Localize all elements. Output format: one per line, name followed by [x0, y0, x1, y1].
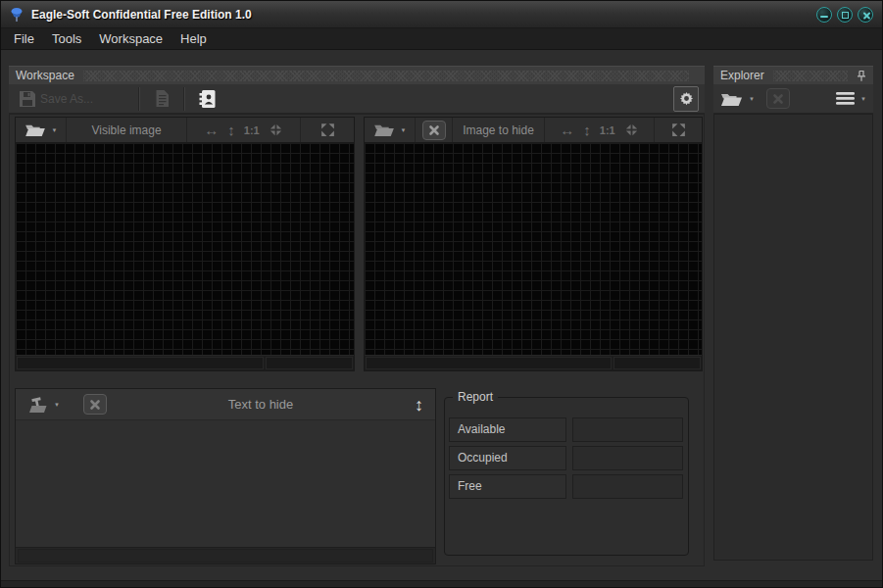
- report-title: Report: [453, 390, 498, 404]
- text-to-hide-panel: ▼ Text to hide ↕: [15, 388, 436, 564]
- explorer-panel-title: Explorer: [720, 69, 764, 82]
- image-to-hide-title: Image to hide: [463, 123, 534, 137]
- scrollbar-groove: [18, 549, 433, 563]
- address-book-button[interactable]: [185, 84, 228, 113]
- window-controls: [816, 7, 873, 23]
- fit-width-icon[interactable]: ↔: [560, 122, 574, 137]
- report-row: Available: [449, 417, 683, 442]
- actual-size-button[interactable]: 1:1: [600, 124, 615, 136]
- chevron-down-icon: ▼: [54, 402, 60, 408]
- status-cell: [266, 357, 353, 369]
- visible-image-statusbar: [16, 355, 354, 370]
- save-as-label: Save As...: [40, 92, 93, 106]
- close-x-icon: [428, 124, 440, 136]
- settings-button[interactable]: [673, 86, 699, 112]
- document-icon: [155, 89, 170, 108]
- open-folder-icon: [373, 122, 395, 137]
- report-value-free: [572, 474, 683, 499]
- chevron-down-icon: ▼: [52, 127, 58, 133]
- vertical-resize-icon[interactable]: ↕: [415, 396, 423, 414]
- open-folder-icon: [720, 91, 743, 107]
- pin-icon[interactable]: [857, 70, 866, 82]
- menu-file[interactable]: File: [5, 29, 43, 48]
- report-label-free: Free: [449, 474, 566, 499]
- report-label-occupied: Occupied: [449, 446, 566, 470]
- clear-text-button[interactable]: [83, 394, 107, 415]
- import-text-icon: [27, 396, 48, 414]
- import-text-button[interactable]: ▼: [27, 389, 60, 419]
- image-to-hide-canvas[interactable]: [365, 143, 702, 355]
- app-window: Eagle-Soft Confidential Free Edition 1.0…: [0, 0, 883, 588]
- view-menu-button[interactable]: ▼: [836, 84, 866, 113]
- app-logo-icon: [9, 7, 25, 23]
- image-to-hide-panel: ▼ Image to hide ↔ ↕ 1:1: [364, 117, 703, 371]
- gear-icon: [679, 91, 694, 106]
- toolbar-spacer: [790, 84, 836, 113]
- visible-image-title: Visible image: [91, 123, 161, 137]
- text-scrollbar-track: [16, 547, 435, 564]
- report-label-available: Available: [449, 417, 566, 442]
- address-book-icon: [198, 89, 217, 109]
- menu-help[interactable]: Help: [172, 29, 216, 48]
- visible-image-header: ▼ Visible image ↔ ↕ 1:1: [16, 118, 354, 143]
- image-to-hide-header: ▼ Image to hide ↔ ↕ 1:1: [365, 118, 702, 143]
- status-cell: [613, 357, 701, 369]
- fit-height-icon[interactable]: ↕: [583, 122, 591, 137]
- text-to-hide-title: Text to hide: [107, 397, 415, 412]
- report-row: Occupied: [449, 446, 683, 470]
- close-item-button[interactable]: [766, 88, 790, 109]
- workspace-panel-header: Workspace: [9, 66, 705, 84]
- image-to-hide-statusbar: [365, 355, 702, 370]
- report-document-button[interactable]: [140, 84, 183, 113]
- title-bar[interactable]: Eagle-Soft Confidential Free Edition 1.0: [1, 1, 882, 28]
- open-hide-image-button[interactable]: ▼: [373, 118, 407, 142]
- visible-image-panel: ▼ Visible image ↔ ↕ 1:1: [15, 117, 355, 371]
- menu-tools[interactable]: Tools: [43, 29, 90, 48]
- hatch-pattern: [773, 71, 848, 81]
- floppy-disk-icon: [19, 90, 36, 108]
- open-folder-button[interactable]: ▼: [720, 84, 755, 113]
- maximize-button[interactable]: [837, 7, 853, 23]
- fit-width-icon[interactable]: ↔: [204, 122, 219, 137]
- chevron-down-icon: ▼: [749, 96, 755, 102]
- hamburger-menu-icon: [836, 92, 855, 105]
- report-value-occupied: [572, 446, 683, 470]
- explorer-toolbar: ▼ ▼: [713, 84, 873, 114]
- menu-bar: File Tools Workspace Help: [1, 28, 882, 50]
- window-bottom-edge: [1, 580, 882, 587]
- toolbar-spacer: [228, 84, 673, 113]
- fullscreen-icon[interactable]: [319, 122, 336, 138]
- close-x-icon: [89, 399, 101, 411]
- open-visible-image-button[interactable]: ▼: [25, 118, 58, 142]
- hatch-pattern: [83, 71, 689, 81]
- close-button[interactable]: [858, 7, 873, 23]
- close-x-icon: [772, 93, 784, 105]
- minimize-button[interactable]: [816, 7, 832, 23]
- chevron-down-icon: ▼: [401, 127, 407, 133]
- report-row: Free: [449, 474, 683, 499]
- remove-hide-image-button[interactable]: [422, 121, 446, 140]
- status-cell: [366, 357, 612, 369]
- actual-size-button[interactable]: 1:1: [244, 124, 260, 136]
- chevron-down-icon: ▼: [860, 96, 866, 102]
- fit-height-icon[interactable]: ↕: [227, 122, 235, 137]
- explorer-tree[interactable]: [713, 114, 873, 561]
- visible-image-canvas[interactable]: [16, 143, 354, 355]
- workspace-panel-title: Workspace: [16, 69, 74, 82]
- fit-window-icon[interactable]: [624, 122, 639, 137]
- open-folder-icon: [25, 122, 46, 137]
- text-to-hide-header: ▼ Text to hide ↕: [16, 389, 435, 420]
- status-cell: [17, 357, 264, 369]
- menu-workspace[interactable]: Workspace: [90, 29, 172, 48]
- report-groupbox: Report Available Occupied Free: [444, 397, 689, 556]
- report-value-available: [572, 417, 683, 442]
- fit-window-icon[interactable]: [269, 122, 283, 137]
- workspace-toolbar: Save As...: [9, 84, 705, 114]
- explorer-panel-header: Explorer: [713, 66, 873, 84]
- fullscreen-icon[interactable]: [670, 122, 687, 138]
- window-title: Eagle-Soft Confidential Free Edition 1.0: [31, 8, 252, 22]
- save-as-button[interactable]: Save As...: [9, 84, 138, 113]
- text-to-hide-area[interactable]: [16, 420, 435, 547]
